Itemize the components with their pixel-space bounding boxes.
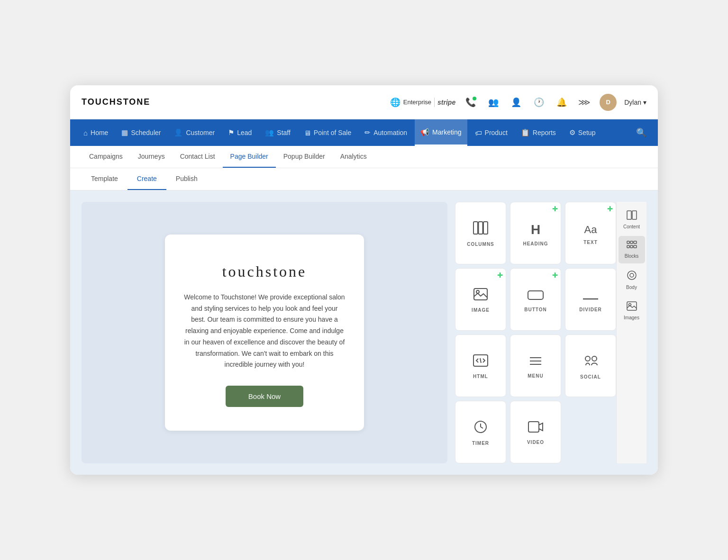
nav-label-automation: Automation bbox=[373, 129, 407, 136]
panel-tab-body[interactable]: Body bbox=[619, 265, 645, 295]
nav-label-staff: Staff bbox=[277, 129, 291, 136]
body-tab-label: Body bbox=[626, 285, 637, 290]
nav-item-marketing[interactable]: 📢 Marketing bbox=[415, 119, 467, 146]
tab-template[interactable]: Template bbox=[82, 168, 127, 190]
canvas-area: touchstone Welcome to Touchstone! We pro… bbox=[82, 202, 447, 463]
menu-icon bbox=[529, 355, 542, 370]
nav-label-lead: Lead bbox=[237, 129, 252, 136]
nav-item-lead[interactable]: ⚑ Lead bbox=[222, 119, 257, 146]
tool-heading[interactable]: ✛ H HEADING bbox=[510, 202, 561, 264]
add-heading-icon: ✛ bbox=[552, 205, 558, 213]
enterprise-badge: 🌐 Enterprise stripe bbox=[390, 97, 455, 108]
sub-nav-analytics[interactable]: Analytics bbox=[333, 146, 374, 168]
nav-search-icon[interactable]: 🔍 bbox=[632, 127, 650, 138]
marketing-icon: 📢 bbox=[420, 128, 429, 136]
app-logo: TOUCHSTONE bbox=[82, 97, 150, 107]
blocks-icon bbox=[627, 241, 637, 252]
nav-item-setup[interactable]: ⚙ Setup bbox=[564, 119, 601, 146]
tool-label-text: TEXT bbox=[583, 240, 598, 245]
tools-sidebar: COLUMNS ✛ H HEADING ✛ Aa TEXT ✛ bbox=[455, 202, 646, 463]
content-tab-label: Content bbox=[623, 224, 640, 229]
svg-point-26 bbox=[628, 271, 636, 280]
svg-rect-19 bbox=[632, 211, 637, 219]
user-management-icon[interactable]: 👤 bbox=[509, 95, 524, 110]
tool-label-social: SOCIAL bbox=[580, 374, 601, 379]
product-icon: 🏷 bbox=[475, 129, 482, 137]
tool-menu[interactable]: MENU bbox=[510, 334, 561, 397]
nav-label-marketing: Marketing bbox=[432, 128, 461, 136]
svg-rect-18 bbox=[627, 211, 631, 219]
heading-icon: H bbox=[531, 222, 540, 237]
sub-nav-journeys[interactable]: Journeys bbox=[130, 146, 173, 168]
svg-line-8 bbox=[480, 358, 481, 363]
tool-social[interactable]: SOCIAL bbox=[565, 334, 616, 397]
add-text-icon: ✛ bbox=[607, 205, 613, 213]
chevron-down-icon: ▾ bbox=[643, 99, 646, 106]
nav-label-home: Home bbox=[91, 129, 108, 136]
tabs-bar: Template Create Publish bbox=[70, 168, 658, 190]
tool-text[interactable]: ✛ Aa TEXT bbox=[565, 202, 616, 264]
tool-button[interactable]: ✛ BUTTON bbox=[510, 268, 561, 331]
tool-divider[interactable]: DIVIDER bbox=[565, 268, 616, 331]
user-name-label: Dylan bbox=[624, 99, 641, 106]
clock-icon[interactable]: 🕐 bbox=[531, 95, 546, 110]
sub-nav-popup-builder[interactable]: Popup Builder bbox=[276, 146, 333, 168]
svg-rect-1 bbox=[479, 222, 483, 234]
button-icon bbox=[528, 289, 544, 303]
book-now-button[interactable]: Book Now bbox=[226, 386, 303, 407]
tool-columns[interactable]: COLUMNS bbox=[455, 202, 506, 264]
text-icon: Aa bbox=[584, 224, 597, 236]
video-icon bbox=[528, 421, 543, 436]
setup-icon: ⚙ bbox=[569, 128, 575, 137]
nav-item-reports[interactable]: 📋 Reports bbox=[515, 119, 562, 146]
team-icon[interactable]: 👥 bbox=[486, 95, 501, 110]
svg-line-16 bbox=[481, 427, 483, 428]
panel-tab-content[interactable]: Content bbox=[619, 206, 645, 234]
nav-item-pos[interactable]: 🖥 Point of Sale bbox=[298, 119, 357, 146]
top-bar: TOUCHSTONE 🌐 Enterprise stripe 📞 👥 👤 🕐 🔔… bbox=[70, 85, 658, 119]
tool-timer[interactable]: TIMER bbox=[455, 401, 506, 463]
tool-label-video: VIDEO bbox=[527, 440, 544, 445]
bell-icon[interactable]: 🔔 bbox=[554, 95, 569, 110]
svg-point-12 bbox=[585, 356, 590, 361]
nav-item-automation[interactable]: ✏ Automation bbox=[359, 119, 413, 146]
tab-create[interactable]: Create bbox=[127, 168, 166, 190]
nav-item-scheduler[interactable]: ▦ Scheduler bbox=[116, 119, 166, 146]
tool-video[interactable]: VIDEO bbox=[510, 401, 561, 463]
nav-label-setup: Setup bbox=[578, 129, 596, 136]
brand-logo-text: touchstone bbox=[222, 263, 307, 280]
panel-tab-blocks[interactable]: Blocks bbox=[619, 236, 645, 263]
panel-tab-images[interactable]: Images bbox=[619, 297, 645, 325]
nav-item-staff[interactable]: 👥 Staff bbox=[259, 119, 296, 146]
sub-nav-campaigns[interactable]: Campaigns bbox=[82, 146, 130, 168]
tool-label-timer: TIMER bbox=[472, 441, 489, 446]
images-icon bbox=[627, 301, 637, 313]
nav-item-product[interactable]: 🏷 Product bbox=[469, 119, 513, 146]
svg-rect-17 bbox=[528, 422, 539, 432]
enterprise-label: Enterprise bbox=[403, 99, 431, 106]
right-panel: Content Blocks bbox=[616, 202, 646, 463]
tab-publish[interactable]: Publish bbox=[166, 168, 207, 190]
svg-rect-20 bbox=[627, 241, 629, 244]
tool-image[interactable]: ✛ IMAGE bbox=[455, 268, 506, 331]
online-dot bbox=[473, 97, 476, 100]
sub-nav-page-builder[interactable]: Page Builder bbox=[223, 146, 276, 168]
divider-icon bbox=[583, 289, 598, 303]
share-icon[interactable]: ⋙ bbox=[577, 95, 592, 110]
tool-label-button: BUTTON bbox=[524, 307, 546, 312]
nav-label-pos: Point of Sale bbox=[314, 129, 351, 136]
images-tab-label: Images bbox=[624, 315, 639, 320]
staff-icon: 👥 bbox=[265, 128, 274, 137]
nav-label-customer: Customer bbox=[186, 129, 215, 136]
stripe-label: stripe bbox=[437, 99, 455, 106]
svg-rect-0 bbox=[473, 222, 478, 234]
nav-item-customer[interactable]: 👤 Customer bbox=[168, 119, 220, 146]
customer-icon: 👤 bbox=[174, 128, 183, 137]
nav-item-home[interactable]: ⌂ Home bbox=[78, 119, 114, 146]
tools-grid: COLUMNS ✛ H HEADING ✛ Aa TEXT ✛ bbox=[455, 202, 616, 463]
sub-nav-contact-list[interactable]: Contact List bbox=[173, 146, 223, 168]
globe-icon: 🌐 bbox=[390, 97, 400, 108]
user-menu[interactable]: Dylan ▾ bbox=[624, 99, 646, 106]
phone-icon[interactable]: 📞 bbox=[463, 95, 478, 110]
tool-html[interactable]: HTML bbox=[455, 334, 506, 397]
